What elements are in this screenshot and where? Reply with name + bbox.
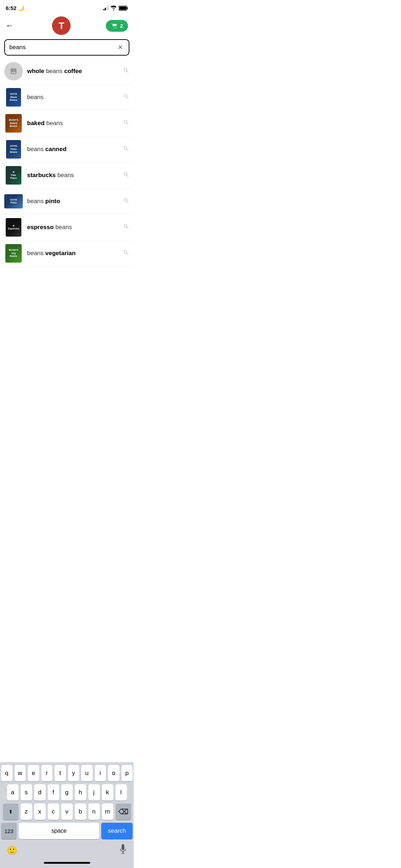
suggestion-text: whole beans coffee: [27, 67, 120, 75]
product-image: GOYAPinto: [4, 194, 23, 208]
product-image: ★Espresso: [6, 218, 21, 237]
suggestion-thumb: GOYABlackBeans: [4, 88, 23, 107]
app-logo: T: [52, 16, 71, 35]
suggestion-search-icon: [120, 171, 129, 180]
search-bar[interactable]: ✕: [4, 39, 129, 56]
suggestion-text: starbucks beans: [27, 171, 120, 179]
suggestion-thumb: GOYAPintoBeans: [4, 140, 23, 159]
suggestion-search-icon: [120, 67, 129, 76]
suggestion-item[interactable]: GOYAPintoBeans beans canned: [0, 136, 134, 162]
clear-button[interactable]: ✕: [116, 43, 124, 51]
svg-point-3: [113, 27, 114, 28]
suggestion-search-icon: [120, 249, 129, 258]
suggestion-text: beans pinto: [27, 197, 120, 205]
status-icons: [103, 6, 128, 11]
image-placeholder: [4, 62, 23, 81]
product-image: GOYABlackBeans: [6, 88, 21, 107]
search-input[interactable]: [9, 44, 116, 51]
suggestion-thumb: ★PikePlace: [4, 166, 23, 185]
suggestion-text: espresso beans: [27, 223, 120, 231]
suggestion-search-icon: [120, 223, 129, 232]
suggestion-thumb: BUSH'SVegBeans: [4, 244, 23, 263]
suggestion-thumb: ★Espresso: [4, 218, 23, 237]
moon-icon: 🌙: [18, 5, 25, 11]
wifi-icon: [110, 6, 117, 11]
svg-point-4: [115, 27, 116, 28]
suggestion-item[interactable]: ★Espresso espresso beans: [0, 215, 134, 241]
suggestion-item[interactable]: whole beans coffee: [0, 58, 134, 84]
suggestion-item[interactable]: GOYABlackBeans beans: [0, 84, 134, 110]
status-bar: 6:52 🌙: [0, 0, 134, 14]
battery-icon: [119, 6, 128, 11]
suggestion-thumb: BUSH'SBakedBeans: [4, 114, 23, 133]
cart-icon: [111, 23, 118, 29]
status-time: 6:52 🌙: [6, 5, 25, 11]
search-bar-container: ✕: [0, 39, 134, 58]
suggestion-item[interactable]: GOYAPinto beans pinto: [0, 188, 134, 215]
suggestion-thumb: [4, 62, 23, 81]
cart-count: 2: [120, 23, 123, 29]
suggestion-search-icon: [120, 145, 129, 154]
signal-icon: [103, 6, 109, 10]
product-image: BUSH'SVegBeans: [5, 244, 22, 263]
suggestion-search-icon: [120, 197, 129, 206]
suggestion-search-icon: [120, 119, 129, 128]
suggestion-text: baked beans: [27, 119, 120, 127]
svg-rect-2: [119, 7, 127, 10]
product-image: BUSH'SBakedBeans: [5, 114, 22, 133]
product-image: GOYAPintoBeans: [6, 140, 21, 159]
suggestion-item[interactable]: BUSH'SVegBeans beans vegetarian: [0, 241, 134, 267]
suggestion-text: beans: [27, 93, 120, 101]
svg-rect-1: [127, 7, 128, 9]
header: ← T 2: [0, 14, 134, 39]
suggestion-item[interactable]: ★PikePlace starbucks beans: [0, 162, 134, 188]
suggestion-search-icon: [120, 93, 129, 102]
suggestion-thumb: GOYAPinto: [4, 192, 23, 211]
back-button[interactable]: ←: [6, 21, 17, 30]
suggestion-text: beans vegetarian: [27, 249, 120, 257]
suggestions-list: whole beans coffee GOYABlackBeans beans …: [0, 58, 134, 267]
product-image: ★PikePlace: [6, 166, 21, 185]
suggestion-item[interactable]: BUSH'SBakedBeans baked beans: [0, 110, 134, 136]
suggestion-text: beans canned: [27, 145, 120, 153]
cart-button[interactable]: 2: [106, 20, 128, 32]
